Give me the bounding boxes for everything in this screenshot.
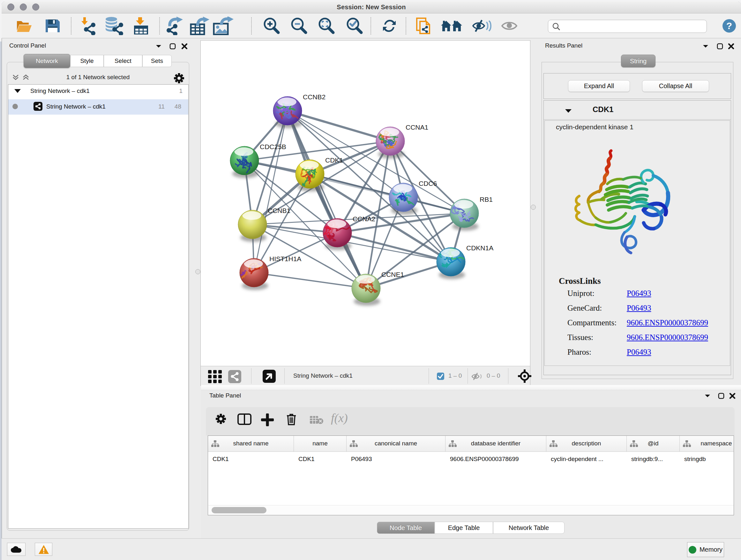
left-splitter-grip[interactable] [195, 269, 200, 274]
gear-icon[interactable] [174, 73, 184, 83]
network-edge-HIST1H1A-CCNE1[interactable] [254, 273, 366, 288]
tab-network[interactable]: Network [23, 54, 70, 68]
import-table-icon [133, 17, 149, 35]
show-all-button[interactable] [501, 13, 518, 38]
table-horizontal-scrollbar[interactable] [208, 505, 734, 515]
network-edge-CCNB2-HIST1H1A[interactable] [254, 111, 287, 273]
node-section-header[interactable]: CDK1 [544, 101, 731, 120]
control-panel-close-button[interactable] [181, 43, 188, 50]
table-cell[interactable]: stringdb:9... [627, 452, 680, 466]
annotation-mode-button[interactable] [414, 13, 434, 38]
memory-button[interactable]: Memory [687, 542, 724, 557]
chevron-down-icon [704, 393, 711, 398]
control-panel-float-button[interactable] [169, 43, 176, 50]
separator [508, 368, 509, 384]
houses-icon [441, 20, 462, 32]
detach-view-button[interactable] [263, 370, 276, 383]
results-panel-close-button[interactable] [728, 43, 735, 50]
results-panel-menu[interactable] [702, 44, 709, 49]
table-panel-title: Table Panel [209, 392, 241, 399]
network-tree: String Network – cdk1 1 String Network –… [8, 84, 189, 529]
column-header-database-identifier[interactable]: database identifier [446, 436, 546, 452]
zoom-out-button[interactable] [289, 13, 309, 38]
section-expander-icon[interactable] [565, 109, 572, 113]
control-panel-float-menu[interactable] [155, 44, 162, 49]
import-network-from-database-button[interactable] [103, 13, 127, 38]
table-settings-gear-icon[interactable] [216, 414, 226, 424]
tab-edge-table[interactable]: Edge Table [434, 522, 493, 534]
results-panel-title: Results Panel [545, 42, 583, 49]
table-cell[interactable]: cyclin-dependent ... [546, 452, 627, 466]
table-cell[interactable]: 9606.ENSP00000378699 [446, 452, 546, 466]
show-columns-icon[interactable] [238, 414, 252, 425]
table-cell[interactable]: stringdb [680, 452, 734, 466]
tree-expander-icon[interactable] [14, 89, 21, 93]
crosslink-link[interactable]: P06493 [627, 289, 651, 298]
column-header-name[interactable]: name [294, 436, 347, 452]
table-cell[interactable]: CDK1 [208, 452, 294, 466]
help-button[interactable]: ? [721, 13, 738, 38]
window-title: Session: New Session [2, 3, 741, 11]
search-input[interactable] [560, 20, 706, 33]
node-label-CCNB2: CCNB2 [303, 93, 326, 101]
zoom-fit-button[interactable] [316, 13, 336, 38]
crosslinks-title: CrossLinks [559, 276, 601, 286]
hide-selected-button[interactable] [471, 13, 493, 38]
crosslink-row: Pharos:P06493 [567, 348, 591, 357]
open-session-button[interactable] [15, 13, 33, 38]
cloud-status-button[interactable] [7, 543, 25, 556]
tab-style[interactable]: Style [70, 55, 104, 67]
column-header--id[interactable]: @id [627, 436, 680, 452]
collapse-all-button[interactable]: Collapse All [642, 80, 709, 92]
search-box [548, 20, 707, 33]
tab-node-table[interactable]: Node Table [377, 522, 434, 534]
table-cell[interactable]: P06493 [347, 452, 446, 466]
crosshair-icon[interactable] [518, 369, 531, 383]
import-network-from-file-button[interactable] [78, 13, 98, 38]
column-header-shared-name[interactable]: shared name [208, 436, 294, 452]
birds-eye-view-button[interactable] [228, 370, 241, 383]
node-label-CCNE1: CCNE1 [381, 271, 404, 278]
first-neighbors-button[interactable] [440, 13, 463, 38]
tab-network-table[interactable]: Network Table [493, 522, 564, 534]
add-column-icon[interactable] [261, 414, 274, 426]
tab-sets[interactable]: Sets [142, 55, 172, 67]
scrollbar-thumb[interactable] [212, 507, 266, 513]
export-image-button[interactable] [212, 13, 234, 38]
title-bar: Session: New Session [2, 2, 741, 13]
table-panel-close-button[interactable] [729, 392, 736, 399]
import-table-from-file-button[interactable] [132, 13, 150, 38]
export-network-button[interactable] [165, 13, 185, 38]
results-panel-float-button[interactable] [717, 43, 724, 50]
crosslink-label: GeneCard: [567, 304, 602, 312]
network-row[interactable]: String Network – cdk1 11 48 [8, 99, 188, 115]
network-view[interactable]: CCNB2CCNA1CDC25BCDK1CDC6RB1CCNB1CCNA2CDK… [200, 40, 530, 386]
zoom-selected-button[interactable] [344, 13, 364, 38]
crosslink-link[interactable]: 9606.ENSP00000378699 [627, 333, 708, 342]
export-table-button[interactable] [189, 13, 211, 38]
table-cell[interactable]: CDK1 [294, 452, 347, 466]
grid-view-icon[interactable] [208, 370, 222, 384]
save-session-button[interactable] [44, 13, 62, 38]
apply-layout-button[interactable] [380, 13, 399, 38]
right-splitter-grip[interactable] [531, 205, 536, 210]
table-panel-float-button[interactable] [718, 392, 725, 399]
delete-column-icon[interactable] [286, 413, 297, 425]
network-edge-CCNA1-CCNB2[interactable] [287, 111, 390, 141]
network-collection-row[interactable]: String Network – cdk1 1 [8, 84, 188, 98]
column-header-description[interactable]: description [546, 436, 627, 452]
node-label-HIST1H1A: HIST1H1A [269, 255, 301, 262]
warnings-button[interactable] [35, 543, 52, 556]
crosslink-link[interactable]: P06493 [627, 304, 651, 313]
crosslink-link[interactable]: 9606.ENSP00000378699 [627, 318, 708, 327]
tab-string[interactable]: String [621, 55, 656, 67]
tab-select[interactable]: Select [104, 55, 142, 67]
network-graph[interactable]: CCNB2CCNA1CDC25BCDK1CDC6RB1CCNB1CCNA2CDK… [201, 41, 530, 366]
crosslink-link[interactable]: P06493 [627, 348, 651, 357]
expand-all-button[interactable]: Expand All [568, 80, 630, 92]
node-label-CDC25B: CDC25B [260, 143, 286, 150]
table-panel-menu[interactable] [704, 393, 711, 398]
column-header-canonical-name[interactable]: canonical name [347, 436, 446, 452]
column-header-namespace[interactable]: namespace [680, 436, 734, 452]
zoom-in-button[interactable] [261, 13, 281, 38]
